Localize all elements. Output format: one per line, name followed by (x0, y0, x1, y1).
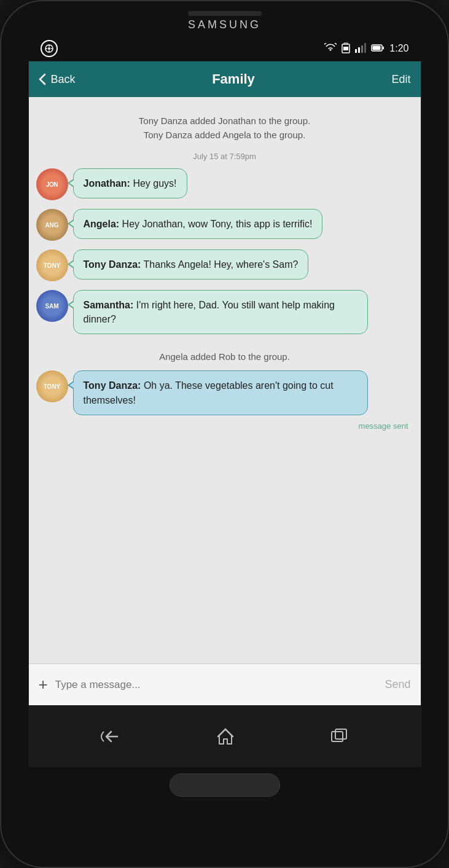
message-row: TONY Tony Danza: Oh ya. These vegetables… (36, 370, 413, 415)
physical-home-button[interactable] (170, 773, 280, 797)
chat-area: Tony Danza added Jonathan to the group. … (29, 97, 421, 663)
nav-home-button[interactable] (216, 727, 235, 746)
svg-rect-11 (364, 43, 366, 53)
chat-title: Family (212, 71, 255, 87)
input-bar: + Send (29, 663, 421, 705)
bottom-nav (28, 706, 421, 767)
screen: Back Family Edit Tony Danza added Jonath… (28, 61, 421, 706)
message-bubble: Angela: Hey Jonathan, wow Tony, this app… (73, 209, 323, 239)
svg-point-1 (48, 47, 50, 50)
wifi-icon (324, 43, 337, 55)
svg-rect-10 (361, 45, 363, 53)
svg-rect-15 (332, 732, 343, 741)
svg-rect-13 (373, 45, 381, 50)
edit-button[interactable]: Edit (391, 73, 410, 86)
avatar: TONY (36, 370, 68, 402)
status-left (41, 40, 58, 57)
message-row: SAM Samantha: I'm right here, Dad. You s… (36, 290, 413, 334)
send-button[interactable]: Send (385, 678, 410, 691)
status-right: 1:20 (324, 42, 408, 55)
back-button[interactable]: Back (39, 73, 76, 86)
svg-rect-7 (343, 47, 348, 50)
message-bubble-last: Tony Danza: Oh ya. These vegetables aren… (73, 370, 368, 415)
timestamp: July 15 at 7:59pm (36, 152, 413, 161)
message-bubble: Samantha: I'm right here, Dad. You still… (73, 290, 368, 334)
nav-back-button[interactable] (100, 728, 121, 745)
message-bubble: Jonathan: Hey guys! (73, 168, 187, 198)
svg-rect-9 (358, 47, 360, 53)
message-bubble: Tony Danza: Thanks Angela! Hey, where's … (73, 249, 309, 280)
back-label: Back (51, 73, 76, 86)
signal-icon (355, 43, 366, 55)
battery-icon (371, 44, 385, 54)
svg-rect-16 (335, 729, 346, 739)
message-input[interactable] (55, 679, 378, 691)
avatar: ANG (36, 209, 68, 241)
avatar: JON (36, 168, 68, 200)
added-message: Angela added Rob to the group. (36, 345, 413, 368)
avatar: SAM (36, 290, 68, 322)
time-display: 1:20 (389, 43, 408, 54)
message-row: JON Jonathan: Hey guys! (36, 168, 413, 200)
system-message-1: Tony Danza added Jonathan to the group. … (36, 107, 413, 149)
avatar: TONY (36, 249, 68, 281)
message-status: message sent (36, 421, 413, 431)
speaker-grill (188, 11, 262, 16)
phone-device: SAMSUNG (0, 0, 449, 868)
svg-rect-14 (383, 46, 384, 49)
nav-recent-button[interactable] (330, 728, 349, 745)
brand-label: SAMSUNG (188, 18, 261, 31)
message-row: TONY Tony Danza: Thanks Angela! Hey, whe… (36, 249, 413, 281)
sim-icon (342, 42, 350, 55)
app-icon (41, 40, 58, 57)
status-bar: 1:20 (28, 36, 421, 61)
svg-rect-8 (355, 49, 357, 53)
nav-bar: Back Family Edit (29, 61, 421, 97)
attach-button[interactable]: + (39, 675, 48, 694)
message-row: ANG Angela: Hey Jonathan, wow Tony, this… (36, 209, 413, 241)
